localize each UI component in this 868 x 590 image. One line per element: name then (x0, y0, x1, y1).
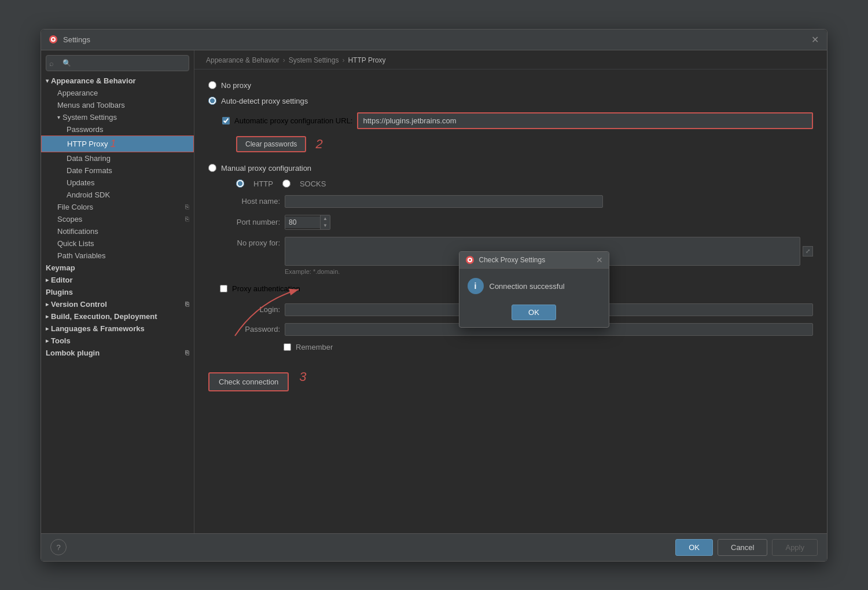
port-number-input[interactable] (285, 217, 320, 228)
apply-button[interactable]: Apply (772, 539, 818, 556)
main-panel: Appearance & Behavior › System Settings … (194, 50, 827, 533)
version-control-badge: ⎘ (185, 301, 189, 307)
sidebar-item-languages-frameworks[interactable]: ▸ Languages & Frameworks (41, 323, 194, 335)
manual-proxy-row: Manual proxy configuration (208, 164, 813, 173)
http-label: HTTP (253, 179, 273, 188)
ok-button[interactable]: OK (675, 539, 713, 556)
search-icon: ⌕ (49, 58, 54, 67)
sidebar-item-notifications[interactable]: Notifications (41, 225, 194, 237)
proxy-url-input[interactable] (358, 113, 812, 128)
breadcrumb-appearance: Appearance & Behavior (206, 56, 279, 64)
svg-point-6 (469, 259, 471, 261)
http-socks-row: HTTP SOCKS (236, 179, 813, 188)
sidebar-item-plugins[interactable]: Plugins (41, 286, 194, 298)
check-connection-area: Check connection 3 (208, 363, 813, 391)
modal-title-icon (465, 255, 475, 265)
sidebar-item-android-sdk[interactable]: Android SDK (41, 189, 194, 201)
sidebar-item-build-execution[interactable]: ▸ Build, Execution, Deployment (41, 310, 194, 323)
auto-config-row: Automatic proxy configuration URL: (222, 112, 813, 129)
modal-title-text: Check Proxy Settings (479, 256, 591, 264)
sidebar-item-system-settings[interactable]: ▾ System Settings (41, 111, 194, 123)
sidebar-item-keymap[interactable]: Keymap (41, 262, 194, 274)
sidebar-item-passwords[interactable]: Passwords (41, 123, 194, 135)
manual-proxy-radio[interactable] (208, 164, 216, 172)
host-name-label: Host name: (222, 197, 280, 206)
sidebar-item-menus-toolbars[interactable]: Menus and Toolbars (41, 99, 194, 111)
chevron-down-icon: ▾ (57, 114, 60, 120)
content-area: ⌕ ▾ Appearance & Behavior Appearance Men… (41, 50, 827, 533)
modal-title-bar: Check Proxy Settings ✕ (459, 252, 609, 269)
remember-row: Remember (284, 343, 813, 351)
sidebar-item-lombok-plugin[interactable]: Lombok plugin ⎘ (41, 347, 194, 359)
settings-window: Settings ✕ ⌕ ▾ Appearance & Behavior App… (41, 29, 827, 562)
no-proxy-label: No proxy (221, 81, 251, 90)
annotation-3: 3 (299, 369, 306, 384)
app-icon (48, 34, 58, 45)
sidebar-item-editor[interactable]: ▸ Editor (41, 274, 194, 286)
svg-point-2 (52, 38, 54, 41)
modal-ok-button[interactable]: OK (512, 305, 556, 320)
socks-label: SOCKS (300, 179, 326, 188)
password-label: Password: (222, 325, 280, 334)
port-number-row: Port number: ▲ ▼ (222, 215, 813, 230)
breadcrumb-http-proxy: HTTP Proxy (348, 56, 385, 64)
breadcrumb-sep1: › (283, 56, 285, 64)
port-down-button[interactable]: ▼ (321, 222, 330, 229)
file-colors-badge: ⎘ (185, 203, 189, 210)
no-proxy-radio[interactable] (208, 81, 216, 89)
settings-content: No proxy Auto-detect proxy settings Auto… (194, 69, 827, 533)
remember-checkbox[interactable] (284, 343, 291, 351)
modal-close-button[interactable]: ✕ (596, 255, 603, 265)
auto-detect-radio[interactable] (208, 97, 216, 105)
http-radio[interactable] (236, 179, 244, 188)
close-button[interactable]: ✕ (810, 34, 820, 45)
annotation-2: 2 (315, 137, 322, 152)
sidebar-item-quick-lists[interactable]: Quick Lists (41, 237, 194, 250)
proxy-auth-checkbox[interactable] (220, 285, 227, 292)
expand-button[interactable]: ⤢ (803, 246, 813, 256)
scopes-badge: ⎘ (185, 215, 189, 222)
breadcrumb-sep2: › (342, 56, 344, 64)
chevron-right-icon: ▸ (46, 313, 49, 320)
auto-detect-row: Auto-detect proxy settings (208, 97, 813, 105)
sidebar-item-scopes[interactable]: Scopes ⎘ (41, 213, 194, 225)
cancel-button[interactable]: Cancel (718, 539, 767, 556)
sidebar-item-file-colors[interactable]: File Colors ⎘ (41, 201, 194, 213)
sidebar-item-appearance-behavior[interactable]: ▾ Appearance & Behavior (41, 75, 194, 87)
port-input-wrap: ▲ ▼ (285, 215, 330, 230)
clear-passwords-row: Clear passwords 2 (222, 136, 813, 152)
info-icon: i (468, 278, 484, 294)
auto-config-label: Automatic proxy configuration URL: (234, 116, 352, 125)
breadcrumb: Appearance & Behavior › System Settings … (194, 50, 827, 69)
chevron-right-icon: ▸ (46, 277, 49, 283)
sidebar-item-path-variables[interactable]: Path Variables (41, 250, 194, 262)
modal-footer: OK (459, 301, 609, 327)
port-up-button[interactable]: ▲ (321, 215, 330, 222)
sidebar-item-data-sharing[interactable]: Data Sharing (41, 152, 194, 164)
sidebar-item-tools[interactable]: ▸ Tools (41, 335, 194, 347)
proxy-section: No proxy Auto-detect proxy settings Auto… (208, 81, 813, 391)
modal-message: Connection successful (490, 282, 565, 291)
auto-config-checkbox[interactable] (222, 117, 230, 124)
clear-passwords-button[interactable]: Clear passwords (236, 136, 306, 152)
window-title: Settings (63, 35, 810, 44)
title-bar: Settings ✕ (41, 30, 827, 50)
sidebar-item-date-formats[interactable]: Date Formats (41, 164, 194, 177)
help-button[interactable]: ? (50, 539, 67, 555)
sidebar-item-updates[interactable]: Updates (41, 177, 194, 189)
chevron-down-icon: ▾ (46, 78, 49, 84)
chevron-right-icon: ▸ (46, 325, 49, 332)
socks-radio[interactable] (282, 179, 290, 188)
check-connection-button[interactable]: Check connection (208, 372, 289, 391)
sidebar-item-version-control[interactable]: ▸ Version Control ⎘ (41, 298, 194, 310)
search-input[interactable] (46, 55, 189, 71)
port-number-label: Port number: (222, 218, 280, 226)
url-input-wrapper (357, 112, 813, 129)
sidebar-item-appearance[interactable]: Appearance (41, 87, 194, 99)
host-name-input[interactable] (285, 195, 603, 208)
remember-label: Remember (296, 343, 333, 351)
search-box: ⌕ (46, 55, 189, 71)
lombok-badge: ⎘ (185, 349, 189, 356)
sidebar-item-http-proxy[interactable]: HTTP Proxy 1 (41, 135, 194, 152)
chevron-right-icon: ▸ (46, 338, 49, 344)
